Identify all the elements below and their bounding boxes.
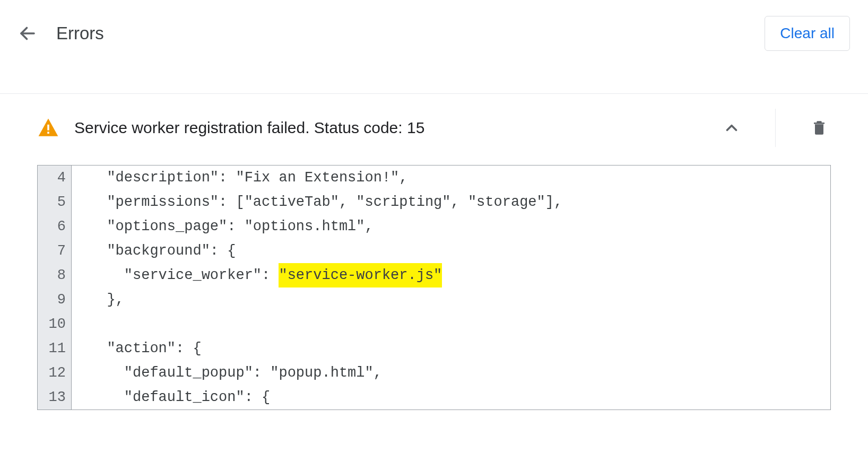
line-number: 5 (38, 190, 72, 214)
line-number: 8 (38, 263, 72, 288)
svg-rect-1 (47, 125, 49, 130)
svg-rect-2 (47, 132, 49, 134)
vertical-divider (775, 109, 776, 147)
code-line: 4 "description": "Fix an Extension!", (38, 165, 830, 190)
code-text: "default_icon": { (72, 385, 270, 410)
error-block: Service worker registration failed. Stat… (0, 94, 868, 410)
code-text: "action": { (72, 336, 202, 361)
highlighted-token: "service-worker.js" (279, 263, 442, 288)
collapse-button[interactable] (720, 116, 743, 140)
arrow-left-icon (18, 24, 37, 43)
delete-button[interactable] (808, 116, 831, 140)
trash-icon (811, 119, 828, 136)
code-line: 12 "default_popup": "popup.html", (38, 361, 830, 385)
code-line: 8 "service_worker": "service-worker.js" (38, 263, 830, 288)
page-title: Errors (56, 23, 104, 43)
clear-all-button[interactable]: Clear all (765, 16, 850, 51)
line-number: 12 (38, 361, 72, 385)
code-line: 11 "action": { (38, 336, 830, 361)
line-number: 10 (38, 312, 72, 336)
code-text: }, (72, 288, 124, 312)
code-line: 7 "background": { (38, 239, 830, 263)
line-number: 6 (38, 214, 72, 239)
line-number: 7 (38, 239, 72, 263)
code-text (72, 312, 90, 336)
error-header: Service worker registration failed. Stat… (37, 94, 831, 162)
chevron-up-icon (723, 119, 741, 137)
code-text: "default_popup": "popup.html", (72, 361, 382, 385)
back-button[interactable] (15, 21, 40, 46)
code-text: "description": "Fix an Extension!", (72, 165, 408, 190)
code-text: "permissions": ["activeTab", "scripting"… (72, 190, 562, 214)
code-text: "service_worker": "service-worker.js" (72, 263, 442, 288)
line-number: 11 (38, 336, 72, 361)
code-text: "options_page": "options.html", (72, 214, 374, 239)
code-line: 9 }, (38, 288, 830, 312)
line-number: 13 (38, 385, 72, 410)
code-panel: 4 "description": "Fix an Extension!",5 "… (37, 165, 831, 410)
code-line: 10 (38, 312, 830, 336)
error-message: Service worker registration failed. Stat… (74, 119, 705, 137)
code-text: "background": { (72, 239, 236, 263)
page-header: Errors Clear all (0, 0, 868, 67)
code-line: 6 "options_page": "options.html", (38, 214, 830, 239)
line-number: 9 (38, 288, 72, 312)
warning-icon (37, 117, 59, 139)
code-line: 5 "permissions": ["activeTab", "scriptin… (38, 190, 830, 214)
line-number: 4 (38, 165, 72, 190)
code-line: 13 "default_icon": { (38, 385, 830, 410)
